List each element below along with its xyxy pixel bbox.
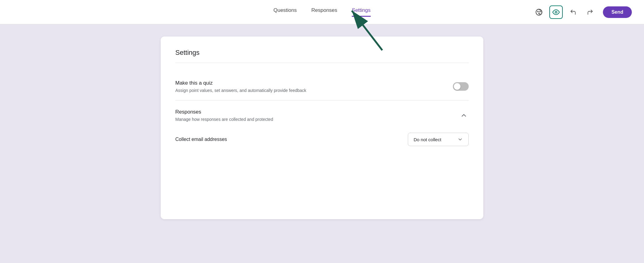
responses-section-text: Responses Manage how responses are colle… <box>175 109 273 122</box>
quiz-section-text: Make this a quiz Assign point values, se… <box>175 80 306 93</box>
responses-description: Manage how responses are collected and p… <box>175 117 273 122</box>
svg-point-1 <box>537 11 538 12</box>
svg-point-3 <box>538 13 539 14</box>
collect-email-row: Collect email addresses Do not collect <box>175 124 469 149</box>
header: Questions Responses Settings <box>0 0 644 24</box>
settings-card: Settings Make this a quiz Assign point v… <box>161 37 483 219</box>
title-divider <box>175 63 469 63</box>
quiz-label: Make this a quiz <box>175 80 306 86</box>
preview-button[interactable] <box>549 5 563 19</box>
palette-button[interactable] <box>532 5 546 19</box>
svg-point-4 <box>555 11 557 13</box>
toggle-knob <box>454 83 460 90</box>
redo-icon <box>587 9 593 16</box>
palette-icon <box>535 9 543 16</box>
undo-icon <box>570 9 576 16</box>
tab-responses[interactable]: Responses <box>311 7 337 17</box>
undo-button[interactable] <box>566 5 580 19</box>
eye-icon <box>552 9 560 16</box>
responses-section: Responses Manage how responses are colle… <box>175 100 469 124</box>
tab-settings[interactable]: Settings <box>352 7 370 17</box>
chevron-up-icon <box>460 112 467 119</box>
header-actions: Send <box>532 5 632 19</box>
quiz-section: Make this a quiz Assign point values, se… <box>175 73 469 100</box>
quiz-toggle[interactable] <box>453 82 469 91</box>
main-content: Settings Make this a quiz Assign point v… <box>0 24 644 231</box>
page-title: Settings <box>175 49 469 57</box>
send-button[interactable]: Send <box>603 6 632 18</box>
tab-questions[interactable]: Questions <box>273 7 297 17</box>
tab-bar: Questions Responses Settings <box>273 7 370 17</box>
quiz-description: Assign point values, set answers, and au… <box>175 88 306 93</box>
redo-button[interactable] <box>583 5 597 19</box>
collect-email-dropdown[interactable]: Do not collect <box>408 133 469 146</box>
svg-point-2 <box>540 11 541 12</box>
collect-email-label: Collect email addresses <box>175 137 227 142</box>
responses-label: Responses <box>175 109 273 115</box>
collapse-button[interactable] <box>459 110 469 120</box>
dropdown-chevron-icon <box>457 137 463 142</box>
dropdown-value: Do not collect <box>414 137 441 142</box>
